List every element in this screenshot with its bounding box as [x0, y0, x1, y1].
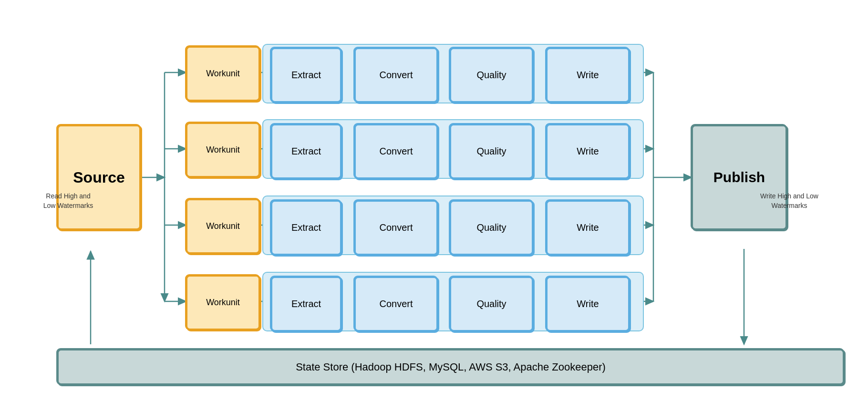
- quality-label-0: Quality: [476, 70, 506, 81]
- extract-label-3: Extract: [291, 299, 321, 309]
- extract-label-2: Extract: [291, 222, 321, 233]
- workunit-0: Workunit: [186, 46, 260, 101]
- write-label-2: Write: [577, 222, 599, 233]
- convert-0: Convert: [354, 48, 438, 103]
- write-2: Write: [546, 200, 630, 255]
- write-label-3: Write: [577, 299, 599, 309]
- workunit-label-0: Workunit: [206, 69, 240, 79]
- convert-label-2: Convert: [379, 222, 413, 233]
- convert-label-0: Convert: [379, 70, 413, 81]
- extract-3: Extract: [271, 277, 341, 331]
- quality-1: Quality: [450, 124, 533, 179]
- convert-1: Convert: [354, 124, 438, 179]
- workunit-label-2: Workunit: [206, 221, 240, 231]
- convert-label-3: Convert: [379, 299, 413, 309]
- quality-label-1: Quality: [476, 146, 506, 157]
- write-1: Write: [546, 124, 630, 179]
- write-watermarks-label: Write High and Low Watermarks: [758, 192, 820, 210]
- quality-0: Quality: [450, 48, 533, 103]
- convert-label-1: Convert: [379, 146, 413, 157]
- quality-2: Quality: [450, 200, 533, 255]
- extract-0: Extract: [271, 48, 341, 103]
- read-watermarks-label: Read High and Low Watermarks: [42, 192, 94, 210]
- workunit-label-1: Workunit: [206, 145, 240, 155]
- source-label: Source: [73, 169, 124, 186]
- state-store-label: State Store (Hadoop HDFS, MySQL, AWS S3,…: [296, 361, 606, 373]
- source-box: Source: [57, 125, 141, 230]
- workunit-1: Workunit: [186, 123, 260, 177]
- write-0: Write: [546, 48, 630, 103]
- convert-2: Convert: [354, 200, 438, 255]
- pipeline-diagram: Source Workunit Extract Convert Quality …: [29, 15, 839, 397]
- publish-label: Publish: [713, 169, 765, 185]
- extract-label-0: Extract: [291, 70, 321, 81]
- write-label-1: Write: [577, 146, 599, 157]
- quality-3: Quality: [450, 277, 533, 331]
- workunit-label-3: Workunit: [206, 298, 240, 308]
- extract-2: Extract: [271, 200, 341, 255]
- write-3: Write: [546, 277, 630, 331]
- quality-label-3: Quality: [476, 299, 506, 309]
- publish-box: Publish: [692, 125, 787, 230]
- quality-label-2: Quality: [476, 222, 506, 233]
- workunit-2: Workunit: [186, 199, 260, 254]
- extract-1: Extract: [271, 124, 341, 179]
- convert-3: Convert: [354, 277, 438, 331]
- state-store-box: State Store (Hadoop HDFS, MySQL, AWS S3,…: [57, 349, 844, 385]
- write-label-0: Write: [577, 70, 599, 81]
- workunit-3: Workunit: [186, 275, 260, 330]
- extract-label-1: Extract: [291, 146, 321, 157]
